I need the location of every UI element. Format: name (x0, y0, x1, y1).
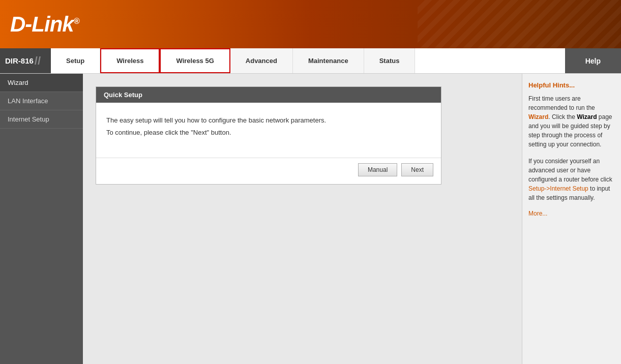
logo-registered: ® (74, 17, 79, 25)
help-paragraph2: If you consider yourself an advanced use… (528, 157, 615, 202)
quick-setup-line2: To continue, please click the "Next" but… (106, 128, 431, 138)
sidebar-item-lan-interface[interactable]: LAN Interface (0, 92, 83, 110)
tab-maintenance[interactable]: Maintenance (293, 48, 364, 73)
tab-advanced[interactable]: Advanced (230, 48, 293, 73)
sidebar: Wizard LAN Interface Internet Setup (0, 74, 83, 364)
help-paragraph1: First time users are recommended to run … (528, 94, 615, 149)
setup-internet-setup-link[interactable]: Setup->Internet Setup (528, 185, 588, 192)
manual-button[interactable]: Manual (358, 163, 397, 176)
quick-setup-line1: The easy setup will tell you how to conf… (106, 115, 431, 126)
more-link[interactable]: More... (528, 210, 615, 217)
navbar: DIR-816 // Setup Wireless Wireless 5G Ad… (0, 48, 621, 74)
quick-setup-box: Quick Setup The easy setup will tell you… (96, 86, 441, 185)
logo-text: D-Link (10, 12, 74, 36)
model-badge: DIR-816 // (0, 48, 51, 73)
tab-wireless[interactable]: Wireless (100, 48, 160, 73)
help-tab[interactable]: Help (565, 48, 621, 73)
sidebar-item-wizard[interactable]: Wizard (0, 74, 83, 92)
tab-setup[interactable]: Setup (51, 48, 100, 73)
model-slash: // (35, 54, 41, 68)
dlink-logo: D-Link® (10, 12, 79, 37)
help-title: Helpful Hints... (528, 81, 615, 89)
next-button[interactable]: Next (401, 163, 433, 176)
header: D-Link® (0, 0, 621, 48)
content-area: Quick Setup The easy setup will tell you… (83, 74, 522, 364)
quick-setup-body: The easy setup will tell you how to conf… (96, 103, 441, 153)
help-panel: Helpful Hints... First time users are re… (522, 74, 621, 364)
quick-setup-buttons: Manual Next (96, 158, 441, 184)
tab-status[interactable]: Status (364, 48, 416, 73)
quick-setup-header: Quick Setup (96, 87, 441, 103)
main-layout: Wizard LAN Interface Internet Setup Quic… (0, 74, 621, 364)
sidebar-item-internet-setup[interactable]: Internet Setup (0, 110, 83, 129)
tab-wireless5g[interactable]: Wireless 5G (160, 48, 230, 73)
model-text: DIR-816 (5, 56, 34, 65)
